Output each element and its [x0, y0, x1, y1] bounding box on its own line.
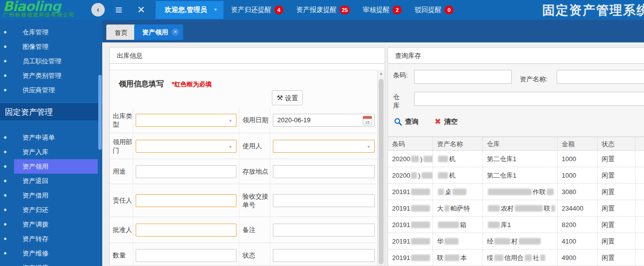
scroll-up-icon[interactable]: ▲ — [378, 70, 385, 78]
outbound-form-area: 领用信息填写 *红色框为必填 ⚒设置 出库类型▼领用日期2020-06-1915… — [110, 70, 377, 266]
amount-cell: 3080 — [558, 184, 598, 200]
extra-cell — [636, 200, 644, 216]
text-field[interactable] — [273, 165, 375, 178]
field-cell: ▼ — [270, 133, 377, 159]
sidebar-item-资产借用[interactable]: 资产借用 — [0, 188, 102, 203]
field-cell — [133, 184, 239, 217]
redacted-text — [515, 205, 543, 212]
column-header[interactable]: 状态 — [598, 137, 636, 150]
table-row[interactable]: 20191桌作联3080闲置 — [388, 184, 644, 200]
sidebar-item-资产维修[interactable]: 资产维修 — [0, 246, 102, 261]
sidebar-item-资产领用[interactable]: 资产领用 — [0, 159, 102, 174]
sidebar-item-资产入库[interactable]: 资产入库 — [0, 145, 102, 159]
notification-item[interactable]: 资产归还提醒4 — [231, 5, 283, 14]
form-row: 责任人验收交接单号 — [110, 184, 377, 217]
text-field[interactable] — [273, 224, 375, 237]
field-cell — [270, 243, 377, 266]
date-field[interactable]: 2020-06-1915 — [273, 114, 375, 127]
scrollbar-thumb[interactable] — [379, 79, 384, 265]
calendar-icon[interactable]: 15 — [363, 116, 372, 125]
field-wrap — [133, 217, 239, 243]
search-button[interactable]: 查询 — [394, 117, 419, 126]
redacted-text — [540, 255, 545, 261]
sidebar-item-资产转存[interactable]: 资产转存 — [0, 232, 102, 246]
table-row[interactable]: 20191大帕萨特农村联234400闲置 — [388, 200, 644, 217]
form-scrollbar[interactable]: ▲ — [377, 70, 385, 266]
asset-name-cell: 箱 — [433, 217, 483, 233]
notification-badge: 25 — [340, 5, 350, 14]
barcode-cell: 20191 — [388, 217, 433, 233]
bullet-icon — [4, 209, 6, 211]
user-menu-button[interactable]: 欢迎您,管理员 ▼ — [156, 1, 223, 19]
field-wrap: 2020-06-1915 — [270, 107, 377, 133]
sidebar-scrollbar[interactable] — [98, 75, 102, 150]
sidebar-item-资产退回[interactable]: 资产退回 — [0, 174, 102, 188]
collapse-back-button[interactable]: ‹ — [91, 3, 105, 16]
field-cell — [270, 184, 377, 217]
sidebar-item-图像管理[interactable]: 图像管理 — [0, 39, 102, 54]
sidebar-item-资产类别管理[interactable]: 资产类别管理 — [0, 68, 102, 83]
barcode-cell: 20191 — [388, 200, 433, 216]
sidebar-item-label: 资产调拨 — [22, 221, 48, 228]
text-field[interactable] — [136, 165, 236, 178]
settings-button[interactable]: ⚒设置 — [272, 90, 303, 105]
cell-text: 20191 — [392, 254, 410, 262]
redacted-text — [519, 238, 541, 245]
sidebar-item-仓库管理[interactable]: 仓库管理 — [0, 25, 102, 39]
redacted-text — [411, 205, 430, 212]
field-label-cell: 存放地点 — [239, 159, 270, 184]
bullet-icon — [4, 136, 6, 139]
menu-icon[interactable]: ≡ — [115, 2, 122, 17]
table-row[interactable]: 20191联本绥信用合社4900闲置 — [388, 250, 644, 266]
text-field[interactable] — [273, 249, 375, 262]
sidebar-item-资产调拨[interactable]: 资产调拨 — [0, 217, 102, 232]
sidebar-section-fixed-assets: 固定资产管理 — [0, 103, 102, 120]
field-label-cell: 领用部门 — [110, 133, 133, 159]
dropdown-field[interactable]: ▼ — [136, 114, 236, 127]
column-header[interactable]: 资产名称 — [433, 137, 483, 150]
warehouse-cell: 经村 — [483, 233, 558, 249]
asset-name-input[interactable] — [557, 70, 644, 84]
sidebar-item-资产归还[interactable]: 资产归还 — [0, 203, 102, 217]
table-row[interactable]: 20200)机第二仓库11000闲置 — [388, 151, 644, 167]
sidebar-item-资产报废[interactable]: 资产报废 — [0, 261, 102, 266]
warehouse-cell: 第二仓库1 — [483, 151, 558, 167]
cell-text: 绥 — [487, 254, 493, 262]
table-row[interactable]: 20191箱库18200闲置 — [388, 217, 644, 233]
text-field[interactable] — [136, 224, 236, 237]
text-field[interactable] — [273, 194, 375, 207]
cell-text: 20191 — [392, 188, 410, 196]
outbound-panel-title: 出库信息 — [110, 48, 385, 64]
field-cell — [133, 243, 239, 266]
column-header[interactable]: 仓库 — [483, 137, 558, 150]
field-label: 出库类型 — [110, 107, 133, 133]
tab-首页[interactable]: 首页 — [106, 24, 136, 40]
field-label-cell: 验收交接单号 — [239, 184, 270, 217]
notification-item[interactable]: 资产报废提醒25 — [296, 5, 350, 14]
warehouse-input[interactable] — [414, 92, 644, 106]
tab-close-icon[interactable]: ✕ — [172, 28, 179, 36]
barcode-input[interactable] — [414, 70, 512, 84]
clear-button[interactable]: ✖ 清空 — [434, 117, 457, 126]
close-icon[interactable]: ✕ — [137, 3, 145, 16]
notification-bar: 资产归还提醒4资产报废提醒25审核提醒2驳回提醒0 — [231, 0, 453, 20]
dropdown-field[interactable]: ▼ — [136, 140, 236, 153]
notification-item[interactable]: 驳回提醒0 — [415, 5, 453, 14]
column-header[interactable] — [636, 137, 644, 150]
field-label-cell: 数量 — [110, 243, 133, 266]
sidebar-item-供应商管理[interactable]: 供应商管理 — [0, 83, 102, 97]
notification-item[interactable]: 审核提醒2 — [363, 5, 402, 14]
column-header[interactable]: 金额 — [558, 137, 598, 150]
sidebar-item-资产申请单[interactable]: 资产申请单 — [0, 130, 102, 145]
asset-name-cell: 机 — [433, 167, 483, 183]
text-field[interactable] — [136, 249, 236, 262]
dropdown-field[interactable]: ▼ — [273, 140, 375, 153]
sidebar-item-员工职位管理[interactable]: 员工职位管理 — [0, 54, 102, 68]
table-row[interactable]: 20191华经村4100闲置 — [388, 233, 644, 250]
table-row[interactable]: 20200)机第二仓库11000闲置 — [388, 167, 644, 184]
status-cell: 闲置 — [598, 233, 636, 249]
text-field[interactable] — [136, 194, 236, 207]
tab-资产领用[interactable]: 资产领用✕ — [134, 24, 183, 40]
column-header[interactable]: 条码 — [388, 137, 433, 150]
bullet-icon — [4, 238, 6, 240]
